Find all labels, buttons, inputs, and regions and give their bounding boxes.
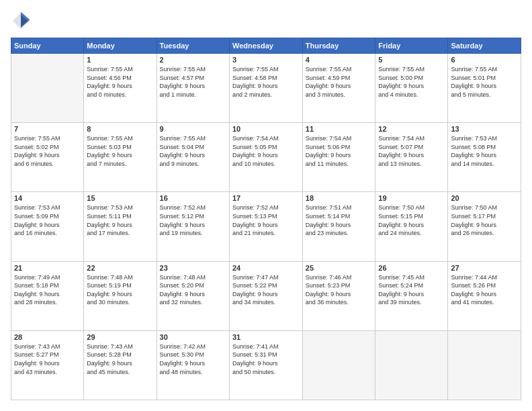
calendar-week-row: 7Sunrise: 7:55 AM Sunset: 5:02 PM Daylig… [11,123,521,192]
day-info: Sunrise: 7:46 AM Sunset: 5:23 PM Dayligh… [306,273,373,307]
calendar-day-cell: 24Sunrise: 7:47 AM Sunset: 5:22 PM Dayli… [229,261,302,330]
calendar-day-cell: 22Sunrise: 7:48 AM Sunset: 5:19 PM Dayli… [84,261,157,330]
day-info: Sunrise: 7:55 AM Sunset: 5:02 PM Dayligh… [14,134,81,168]
calendar-day-cell: 20Sunrise: 7:50 AM Sunset: 5:17 PM Dayli… [448,192,521,261]
day-info: Sunrise: 7:53 AM Sunset: 5:08 PM Dayligh… [451,134,518,168]
calendar-day-cell: 14Sunrise: 7:53 AM Sunset: 5:09 PM Dayli… [11,192,84,261]
day-info: Sunrise: 7:55 AM Sunset: 5:03 PM Dayligh… [87,134,153,168]
day-number: 7 [14,125,81,133]
calendar-day-cell: 3Sunrise: 7:55 AM Sunset: 4:58 PM Daylig… [229,54,302,123]
day-info: Sunrise: 7:55 AM Sunset: 5:04 PM Dayligh… [160,134,226,168]
page: SundayMondayTuesdayWednesdayThursdayFrid… [0,0,532,411]
calendar-day-cell: 15Sunrise: 7:53 AM Sunset: 5:11 PM Dayli… [84,192,157,261]
day-number: 15 [87,194,153,202]
calendar-day-cell: 6Sunrise: 7:55 AM Sunset: 5:01 PM Daylig… [448,54,521,123]
day-number: 21 [14,264,81,272]
day-number: 18 [306,194,373,202]
calendar-day-cell: 8Sunrise: 7:55 AM Sunset: 5:03 PM Daylig… [84,123,157,192]
day-number: 3 [232,56,300,64]
calendar-day-cell: 13Sunrise: 7:53 AM Sunset: 5:08 PM Dayli… [448,123,521,192]
day-info: Sunrise: 7:47 AM Sunset: 5:22 PM Dayligh… [232,273,300,307]
day-number: 19 [378,194,445,202]
calendar-day-cell: 28Sunrise: 7:43 AM Sunset: 5:27 PM Dayli… [11,330,84,400]
day-number: 12 [378,125,445,133]
day-info: Sunrise: 7:55 AM Sunset: 4:59 PM Dayligh… [306,65,373,99]
day-info: Sunrise: 7:54 AM Sunset: 5:06 PM Dayligh… [306,134,373,168]
day-info: Sunrise: 7:53 AM Sunset: 5:09 PM Dayligh… [14,203,81,237]
day-info: Sunrise: 7:41 AM Sunset: 5:31 PM Dayligh… [232,342,300,376]
day-number: 24 [232,264,300,272]
day-info: Sunrise: 7:53 AM Sunset: 5:11 PM Dayligh… [87,203,153,237]
calendar-day-cell: 9Sunrise: 7:55 AM Sunset: 5:04 PM Daylig… [157,123,229,192]
day-info: Sunrise: 7:44 AM Sunset: 5:26 PM Dayligh… [451,273,518,307]
calendar-table: SundayMondayTuesdayWednesdayThursdayFrid… [11,38,521,400]
calendar-day-cell: 25Sunrise: 7:46 AM Sunset: 5:23 PM Dayli… [302,261,375,330]
header [11,11,521,31]
calendar-week-row: 14Sunrise: 7:53 AM Sunset: 5:09 PM Dayli… [11,192,521,261]
day-info: Sunrise: 7:48 AM Sunset: 5:19 PM Dayligh… [87,273,153,307]
calendar-day-cell [11,54,84,123]
calendar-day-cell: 16Sunrise: 7:52 AM Sunset: 5:12 PM Dayli… [157,192,229,261]
day-number: 14 [14,194,81,202]
day-number: 1 [87,56,153,64]
calendar-day-cell [448,330,521,400]
day-number: 2 [160,56,226,64]
day-of-week-header: Sunday [11,38,84,54]
day-number: 8 [87,125,153,133]
day-of-week-header: Monday [84,38,157,54]
day-info: Sunrise: 7:42 AM Sunset: 5:30 PM Dayligh… [160,342,226,376]
day-number: 5 [378,56,445,64]
calendar-day-cell: 31Sunrise: 7:41 AM Sunset: 5:31 PM Dayli… [229,330,302,400]
day-number: 25 [306,264,373,272]
day-number: 11 [306,125,373,133]
calendar-week-row: 21Sunrise: 7:49 AM Sunset: 5:18 PM Dayli… [11,261,521,330]
day-number: 17 [232,194,300,202]
calendar-day-cell [302,330,375,400]
day-info: Sunrise: 7:55 AM Sunset: 4:57 PM Dayligh… [160,65,226,99]
day-number: 29 [87,333,153,341]
day-number: 13 [451,125,518,133]
day-info: Sunrise: 7:45 AM Sunset: 5:24 PM Dayligh… [378,273,445,307]
day-of-week-header: Wednesday [229,38,302,54]
day-info: Sunrise: 7:54 AM Sunset: 5:07 PM Dayligh… [378,134,445,168]
day-of-week-header: Saturday [448,38,521,54]
day-number: 28 [14,333,81,341]
calendar-day-cell: 27Sunrise: 7:44 AM Sunset: 5:26 PM Dayli… [448,261,521,330]
calendar-header-row: SundayMondayTuesdayWednesdayThursdayFrid… [11,38,521,54]
day-info: Sunrise: 7:43 AM Sunset: 5:28 PM Dayligh… [87,342,153,376]
calendar-day-cell: 18Sunrise: 7:51 AM Sunset: 5:14 PM Dayli… [302,192,375,261]
calendar-week-row: 1Sunrise: 7:55 AM Sunset: 4:56 PM Daylig… [11,54,521,123]
day-info: Sunrise: 7:50 AM Sunset: 5:17 PM Dayligh… [451,203,518,237]
day-info: Sunrise: 7:48 AM Sunset: 5:20 PM Dayligh… [160,273,226,307]
calendar-day-cell: 11Sunrise: 7:54 AM Sunset: 5:06 PM Dayli… [302,123,375,192]
day-number: 10 [232,125,300,133]
calendar-day-cell: 21Sunrise: 7:49 AM Sunset: 5:18 PM Dayli… [11,261,84,330]
day-of-week-header: Thursday [302,38,375,54]
day-info: Sunrise: 7:49 AM Sunset: 5:18 PM Dayligh… [14,273,81,307]
day-info: Sunrise: 7:55 AM Sunset: 4:58 PM Dayligh… [232,65,300,99]
day-number: 9 [160,125,226,133]
day-info: Sunrise: 7:43 AM Sunset: 5:27 PM Dayligh… [14,342,81,376]
day-info: Sunrise: 7:55 AM Sunset: 4:56 PM Dayligh… [87,65,153,99]
day-number: 20 [451,194,518,202]
calendar-day-cell: 4Sunrise: 7:55 AM Sunset: 4:59 PM Daylig… [302,54,375,123]
calendar-day-cell: 1Sunrise: 7:55 AM Sunset: 4:56 PM Daylig… [84,54,157,123]
day-info: Sunrise: 7:54 AM Sunset: 5:05 PM Dayligh… [232,134,300,168]
day-info: Sunrise: 7:52 AM Sunset: 5:12 PM Dayligh… [160,203,226,237]
calendar-day-cell: 5Sunrise: 7:55 AM Sunset: 5:00 PM Daylig… [375,54,448,123]
day-number: 27 [451,264,518,272]
calendar-day-cell: 2Sunrise: 7:55 AM Sunset: 4:57 PM Daylig… [157,54,229,123]
logo-icon [11,11,31,31]
day-info: Sunrise: 7:50 AM Sunset: 5:15 PM Dayligh… [378,203,445,237]
calendar-day-cell: 29Sunrise: 7:43 AM Sunset: 5:28 PM Dayli… [84,330,157,400]
day-number: 6 [451,56,518,64]
day-number: 16 [160,194,226,202]
day-info: Sunrise: 7:52 AM Sunset: 5:13 PM Dayligh… [232,203,300,237]
calendar-day-cell [375,330,448,400]
day-number: 4 [306,56,373,64]
day-number: 26 [378,264,445,272]
day-of-week-header: Tuesday [157,38,229,54]
calendar-day-cell: 23Sunrise: 7:48 AM Sunset: 5:20 PM Dayli… [157,261,229,330]
day-number: 30 [160,333,226,341]
calendar-week-row: 28Sunrise: 7:43 AM Sunset: 5:27 PM Dayli… [11,330,521,400]
